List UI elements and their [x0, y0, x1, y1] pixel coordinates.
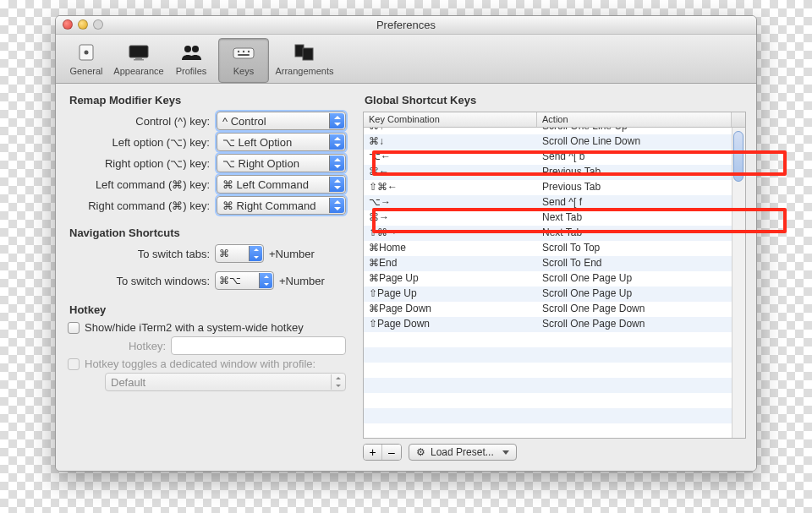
checkbox-icon[interactable]: [68, 322, 80, 334]
svg-point-1: [85, 51, 89, 55]
table-row[interactable]: ⇧⌘←Previous Tab: [364, 180, 745, 195]
table-row[interactable]: ⌥←Send ^[ b: [364, 150, 745, 165]
scroll-thumb[interactable]: [733, 131, 743, 182]
svg-rect-2: [129, 46, 148, 57]
hotkey-profile-select: Default: [105, 373, 346, 391]
minimize-icon[interactable]: [78, 19, 88, 30]
add-remove-segment: + –: [363, 444, 402, 461]
traffic-lights: [63, 19, 103, 30]
cell-key: ⌘Page Down: [364, 302, 537, 317]
cell-key: ⌘Page Up: [364, 271, 537, 287]
table-row[interactable]: ⌘↑Scroll One Line Up: [364, 128, 745, 134]
cell-action: Scroll One Page Down: [537, 302, 745, 317]
remap-row: Right option (⌥) key: ⌥ Right Option: [68, 154, 346, 172]
table-row[interactable]: ⇧⌘→Next Tab: [364, 226, 745, 241]
svg-point-9: [243, 51, 244, 52]
cell-key: ⇧⌘←: [364, 180, 537, 195]
stepper-icon: [329, 156, 344, 171]
titlebar: Preferences: [56, 16, 756, 35]
hotkey-toggle-row: Hotkey toggles a dedicated window with p…: [68, 357, 346, 370]
svg-point-5: [184, 46, 191, 52]
cell-key: ⌘↑: [364, 128, 537, 134]
cell-action: Next Tab: [537, 226, 745, 241]
table-row[interactable]: ⌘HomeScroll To Top: [364, 241, 745, 256]
nav-tabs-label: To switch tabs:: [68, 248, 210, 260]
nav-tabs-select[interactable]: ⌘: [215, 244, 264, 263]
keys-icon: [230, 41, 257, 64]
remap-select[interactable]: ⌘ Right Command: [217, 196, 346, 215]
preferences-window: Preferences General Appearance Profiles …: [55, 15, 757, 472]
table-row[interactable]: [364, 408, 745, 423]
load-preset-button[interactable]: ⚙ Load Preset...: [409, 444, 517, 461]
window-title: Preferences: [376, 19, 436, 31]
remap-select[interactable]: ⌥ Right Option: [217, 154, 346, 172]
general-icon: [73, 41, 100, 64]
cell-key: ⌥←: [364, 150, 537, 165]
tab-appearance[interactable]: Appearance: [113, 38, 164, 83]
table-header: Key Combination Action: [364, 112, 745, 128]
nav-windows-select[interactable]: ⌘⌥: [215, 271, 274, 290]
tab-general[interactable]: General: [61, 38, 112, 83]
remove-button[interactable]: –: [382, 445, 401, 460]
svg-rect-11: [238, 54, 250, 56]
svg-rect-7: [233, 48, 254, 58]
hotkey-input: [171, 336, 346, 355]
tab-profiles[interactable]: Profiles: [166, 38, 217, 83]
profiles-icon: [178, 41, 205, 64]
remap-label: Right command (⌘) key:: [68, 199, 210, 212]
col-key[interactable]: Key Combination: [364, 112, 537, 127]
remap-select[interactable]: ^ Control: [217, 112, 346, 130]
table-row[interactable]: ⌥→Send ^[ f: [364, 195, 745, 210]
table-row[interactable]: ⇧Page UpScroll One Page Up: [364, 287, 745, 302]
hotkey-showhide-row[interactable]: Show/hide iTerm2 with a system-wide hotk…: [68, 321, 346, 334]
table-row[interactable]: ⌘→Next Tab: [364, 210, 745, 226]
table-row[interactable]: ⇧Page DownScroll One Page Down: [364, 317, 745, 332]
shortcuts-title: Global Shortcut Keys: [365, 94, 746, 106]
content: Remap Modifier Keys Control (^) key: ^ C…: [56, 84, 756, 471]
hotkey-field-row: Hotkey:: [90, 336, 346, 355]
col-action[interactable]: Action: [537, 112, 732, 127]
appearance-icon: [125, 41, 152, 64]
arrangements-icon: [291, 41, 318, 64]
stepper-icon: [329, 134, 344, 150]
gear-icon: ⚙: [416, 446, 425, 458]
add-button[interactable]: +: [364, 445, 382, 460]
remap-label: Left command (⌘) key:: [68, 178, 210, 191]
close-icon[interactable]: [63, 19, 73, 30]
svg-point-6: [192, 46, 199, 52]
table-row[interactable]: ⌘↓Scroll One Line Down: [364, 134, 745, 150]
tab-arrangements[interactable]: Arrangements: [271, 38, 338, 83]
svg-point-8: [238, 51, 239, 52]
remap-select[interactable]: ⌥ Left Option: [217, 133, 346, 151]
svg-rect-13: [303, 48, 313, 60]
cell-key: ⌘Home: [364, 241, 537, 256]
right-pane: Global Shortcut Keys Key Combination Act…: [356, 84, 756, 471]
cell-action: Scroll To Top: [537, 241, 745, 256]
table-row[interactable]: ⌘EndScroll To End: [364, 256, 745, 271]
cell-key: ⇧Page Down: [364, 317, 537, 332]
remap-select[interactable]: ⌘ Left Command: [217, 175, 346, 194]
nav-tabs-suffix: +Number: [269, 248, 315, 260]
remap-label: Right option (⌥) key:: [68, 157, 210, 170]
table-row[interactable]: [364, 378, 745, 393]
remap-label: Left option (⌥) key:: [68, 136, 210, 149]
table-row[interactable]: ⌘Page DownScroll One Page Down: [364, 302, 745, 317]
table-row[interactable]: ⌘←Previous Tab: [364, 165, 745, 180]
remap-row: Left option (⌥) key: ⌥ Left Option: [68, 133, 346, 151]
tab-keys[interactable]: Keys: [218, 38, 269, 83]
nav-windows-label: To switch windows:: [68, 275, 210, 287]
table-row[interactable]: ⌘Page UpScroll One Page Up: [364, 271, 745, 287]
cell-action: Send ^[ b: [537, 150, 745, 165]
table-row[interactable]: [364, 423, 745, 438]
table-row[interactable]: [364, 393, 745, 408]
stepper-icon: [329, 177, 344, 192]
table-row[interactable]: [364, 332, 745, 347]
cell-action: Scroll One Page Up: [537, 287, 745, 302]
table-row[interactable]: [364, 363, 745, 378]
cell-action: Previous Tab: [537, 180, 745, 195]
scrollbar[interactable]: [732, 128, 745, 438]
stepper-icon: [249, 246, 262, 261]
table-row[interactable]: [364, 347, 745, 363]
cell-key: ⌘End: [364, 256, 537, 271]
zoom-icon[interactable]: [93, 19, 103, 30]
